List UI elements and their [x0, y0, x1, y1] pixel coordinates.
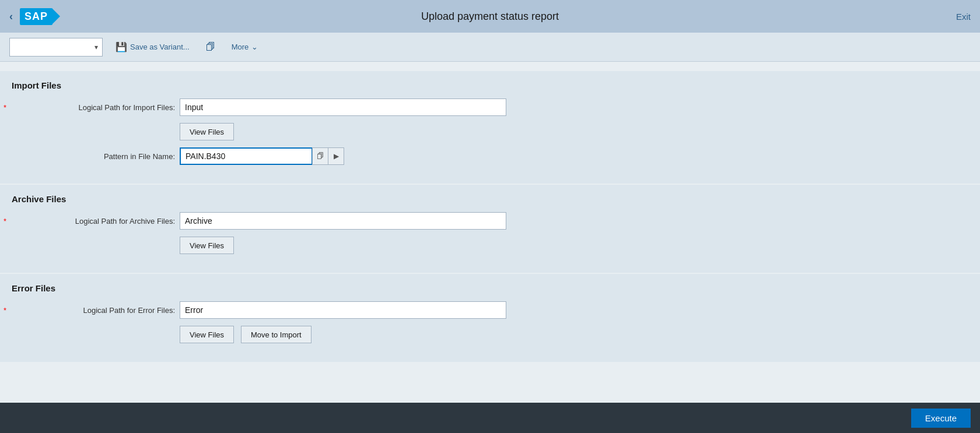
toolbar: 💾 Save as Variant... 🗍 More ⌄	[0, 33, 980, 62]
pattern-copy-btn[interactable]: 🗍	[312, 147, 328, 165]
import-logical-path-input[interactable]	[180, 98, 506, 116]
error-files-section: Error Files Logical Path for Error Files…	[0, 274, 980, 362]
main-content: Import Files Logical Path for Import Fil…	[0, 62, 980, 403]
import-logical-path-label: Logical Path for Import Files:	[12, 103, 175, 112]
error-logical-path-input[interactable]	[180, 301, 506, 319]
back-button[interactable]: ‹	[9, 10, 13, 23]
pattern-label: Pattern in File Name:	[12, 152, 175, 161]
import-files-section: Import Files Logical Path for Import Fil…	[0, 71, 980, 184]
header: ‹ SAP Upload payment status report Exit	[0, 0, 980, 33]
execute-button[interactable]: Execute	[911, 409, 971, 428]
more-chevron-icon: ⌄	[251, 43, 258, 51]
error-view-files-button[interactable]: View Files	[180, 326, 234, 343]
pattern-row: Pattern in File Name: 🗍 ▶	[12, 147, 968, 165]
import-view-files-row: View Files	[12, 123, 968, 140]
import-logical-path-row: Logical Path for Import Files:	[12, 98, 968, 116]
variant-select[interactable]	[9, 38, 103, 57]
pattern-input-group: 🗍 ▶	[180, 147, 344, 165]
save-variant-label: Save as Variant...	[130, 43, 190, 51]
more-button[interactable]: More ⌄	[228, 40, 262, 54]
error-logical-path-row: Logical Path for Error Files:	[12, 301, 968, 319]
copy-icon: 🗍	[206, 42, 215, 52]
archive-view-files-button[interactable]: View Files	[180, 237, 234, 254]
move-to-import-button[interactable]: Move to Import	[241, 326, 312, 343]
pattern-input[interactable]	[180, 147, 313, 165]
pattern-search-btn[interactable]: ▶	[328, 147, 344, 165]
error-buttons-row: View Files Move to Import	[12, 326, 968, 343]
error-logical-path-label: Logical Path for Error Files:	[12, 306, 175, 315]
error-files-title: Error Files	[12, 283, 968, 293]
archive-files-section: Archive Files Logical Path for Archive F…	[0, 185, 980, 273]
exit-button[interactable]: Exit	[956, 12, 971, 22]
more-label: More	[232, 43, 249, 51]
sap-logo-text: SAP	[20, 8, 52, 25]
import-files-title: Import Files	[12, 80, 968, 90]
save-icon: 💾	[116, 41, 127, 52]
variant-select-wrapper[interactable]	[9, 38, 103, 57]
archive-view-files-row: View Files	[12, 237, 968, 254]
save-variant-button[interactable]: 💾 Save as Variant...	[112, 39, 193, 55]
footer: Execute	[0, 403, 980, 433]
archive-logical-path-row: Logical Path for Archive Files:	[12, 212, 968, 230]
copy-button[interactable]: 🗍	[202, 40, 219, 55]
sap-logo-triangle	[52, 8, 60, 24]
import-view-files-button[interactable]: View Files	[180, 123, 234, 140]
sap-logo: SAP	[20, 8, 60, 25]
page-title: Upload payment status report	[421, 10, 559, 23]
archive-files-title: Archive Files	[12, 194, 968, 204]
archive-logical-path-label: Logical Path for Archive Files:	[12, 217, 175, 226]
archive-logical-path-input[interactable]	[180, 212, 506, 230]
